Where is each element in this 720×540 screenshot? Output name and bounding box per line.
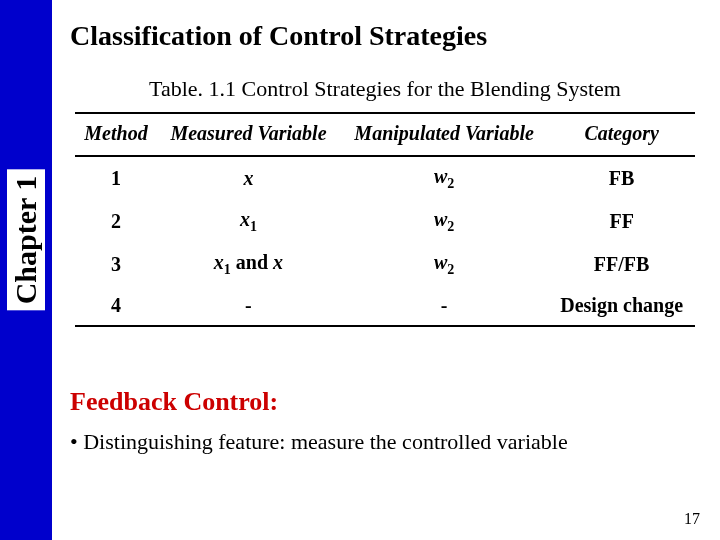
section-heading: Feedback Control: bbox=[70, 387, 710, 417]
col-manipulated: Manipulated Variable bbox=[340, 113, 548, 156]
cell-measured: - bbox=[157, 286, 340, 326]
cell-measured: x1 bbox=[157, 200, 340, 243]
slide-title: Classification of Control Strategies bbox=[70, 20, 710, 52]
table-row: 3 x1 and x w2 FF/FB bbox=[75, 243, 695, 286]
cell-manipulated: w2 bbox=[340, 156, 548, 200]
table-header-row: Method Measured Variable Manipulated Var… bbox=[75, 113, 695, 156]
table-row: 1 x w2 FB bbox=[75, 156, 695, 200]
cell-manipulated: w2 bbox=[340, 200, 548, 243]
cell-method: 1 bbox=[75, 156, 157, 200]
cell-measured: x bbox=[157, 156, 340, 200]
table-row: 2 x1 w2 FF bbox=[75, 200, 695, 243]
chapter-label: Chapter 1 bbox=[7, 170, 45, 311]
cell-method: 3 bbox=[75, 243, 157, 286]
cell-category: FF/FB bbox=[548, 243, 695, 286]
cell-manipulated: - bbox=[340, 286, 548, 326]
table-row: 4 - - Design change bbox=[75, 286, 695, 326]
cell-category: FF bbox=[548, 200, 695, 243]
col-measured: Measured Variable bbox=[157, 113, 340, 156]
slide-content: Classification of Control Strategies Tab… bbox=[60, 0, 710, 455]
col-method: Method bbox=[75, 113, 157, 156]
col-category: Category bbox=[548, 113, 695, 156]
cell-method: 2 bbox=[75, 200, 157, 243]
table-caption: Table. 1.1 Control Strategies for the Bl… bbox=[60, 76, 710, 102]
cell-manipulated: w2 bbox=[340, 243, 548, 286]
page-number: 17 bbox=[684, 510, 700, 528]
cell-measured: x1 and x bbox=[157, 243, 340, 286]
cell-category: Design change bbox=[548, 286, 695, 326]
strategies-table: Method Measured Variable Manipulated Var… bbox=[75, 112, 695, 327]
cell-category: FB bbox=[548, 156, 695, 200]
cell-method: 4 bbox=[75, 286, 157, 326]
bullet-item: • Distinguishing feature: measure the co… bbox=[70, 429, 710, 455]
